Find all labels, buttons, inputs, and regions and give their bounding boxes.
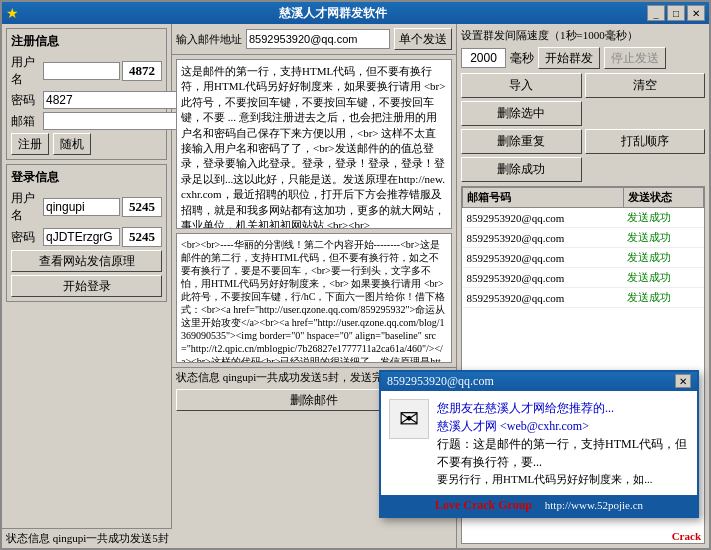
email-cell: 8592953920@qq.com [463, 268, 624, 288]
email-addr-label: 输入邮件地址 [176, 32, 242, 47]
login-username-row: 用户名 5245 [11, 190, 162, 224]
title-bar: ★ 慈溪人才网群发软件 _ □ ✕ [2, 2, 709, 24]
login-password-row: 密码 5245 [11, 227, 162, 247]
speed-label: 设置群发间隔速度（1秒=1000毫秒） [461, 28, 638, 43]
login-username-label: 用户名 [11, 190, 41, 224]
status-cell: 发送成功 [623, 248, 703, 268]
check-principle-button[interactable]: 查看网站发信原理 [11, 250, 162, 272]
table-row[interactable]: 8592953920@qq.com发送成功 [463, 208, 704, 228]
speed-unit-label: 毫秒 [510, 50, 534, 67]
delete-success-button[interactable]: 删除成功 [461, 157, 582, 182]
mid-top-bar: 输入邮件地址 单个发送 [172, 24, 456, 55]
window-title: 慈溪人才网群发软件 [19, 5, 647, 22]
title-bar-buttons: _ □ ✕ [647, 5, 705, 21]
email-cell: 8592953920@qq.com [463, 208, 624, 228]
delete-duplicate-button[interactable]: 删除重复 [461, 129, 582, 154]
action-buttons: 导入 清空 删除选中 删除重复 打乱顺序 删除成功 [461, 73, 705, 182]
import-button[interactable]: 导入 [461, 73, 582, 98]
register-btn-row: 注册 随机 [11, 133, 162, 155]
popup-from-line: 您朋友在慈溪人才网给您推荐的... [437, 399, 689, 417]
popup-email-icon: ✉ [389, 399, 429, 439]
close-button[interactable]: ✕ [687, 5, 705, 21]
popup-footer: Love Crack Group http://www.52pojie.cn [381, 495, 697, 516]
popup-site-link: 慈溪人才网 <web@cxhr.com> [437, 419, 589, 433]
popup-subject-text: 这是邮件的第一行，支持HTML代码，但不要有换行符，要... [437, 437, 687, 469]
register-title: 注册信息 [11, 33, 162, 50]
table-row[interactable]: 8592953920@qq.com发送成功 [463, 228, 704, 248]
left-panel: 注册信息 用户名 4872 密码 邮箱 注册 随机 [2, 24, 172, 548]
popup-from-email: 您朋友在慈溪人才网给您推荐的... [437, 401, 614, 415]
email-cell: 8592953920@qq.com [463, 248, 624, 268]
table-row[interactable]: 8592953920@qq.com发送成功 [463, 288, 704, 308]
register-username-row: 用户名 4872 [11, 54, 162, 88]
popup-title: 8592953920@qq.com [387, 374, 494, 389]
sort-button[interactable]: 打乱顺序 [585, 129, 706, 154]
popup-subject-line: 行题：这是邮件的第一行，支持HTML代码，但不要有换行符，要... [437, 435, 689, 471]
speed-control-row: 毫秒 开始群发 停止发送 [461, 47, 705, 69]
login-password-badge: 5245 [122, 227, 162, 247]
email-address-input[interactable] [246, 29, 390, 49]
login-username-badge: 5245 [122, 197, 162, 217]
popup-body-preview-text: 要另行行，用HTML代码另好好制度来，如... [437, 473, 652, 485]
html-code-area[interactable]: <br><br>----华丽的分割线！第二个内容开始--------<br>这是… [176, 233, 452, 363]
popup-close-button[interactable]: ✕ [675, 374, 691, 388]
register-email-row: 邮箱 [11, 112, 162, 130]
status-cell: 发送成功 [623, 228, 703, 248]
watermark-text: Love Crack Group [435, 498, 532, 512]
title-icon: ★ [6, 5, 19, 22]
status-text: 状态信息 qingupi一共成功发送5封，发送完毕，想继续发送请先... [6, 532, 172, 544]
stop-send-button[interactable]: 停止发送 [604, 47, 666, 69]
login-username-input[interactable] [43, 198, 120, 216]
email-body-text: 这是邮件的第一行，支持HTML代码，但不要有换行符，用HTML代码另好好制度来，… [181, 65, 445, 229]
email-body-area[interactable]: 这是邮件的第一行，支持HTML代码，但不要有换行符，用HTML代码另好好制度来，… [176, 59, 452, 229]
crack-label: Crack [672, 530, 701, 542]
main-window: ★ 慈溪人才网群发软件 _ □ ✕ 注册信息 用户名 4872 密码 [0, 0, 711, 550]
login-btn-row: 查看网站发信原理 开始登录 [11, 250, 162, 297]
status-bar-left: 状态信息 qingupi一共成功发送5封，发送完毕，想继续发送请先... [2, 528, 172, 548]
send-single-button[interactable]: 单个发送 [394, 28, 452, 50]
login-password-label: 密码 [11, 229, 41, 246]
register-username-badge: 4872 [122, 61, 162, 81]
maximize-button[interactable]: □ [667, 5, 685, 21]
popup-text-body: 您朋友在慈溪人才网给您推荐的... 慈溪人才网 <web@cxhr.com> 行… [437, 399, 689, 488]
speed-input[interactable] [461, 48, 506, 68]
login-password-input[interactable] [43, 228, 120, 246]
register-username-label: 用户名 [11, 54, 41, 88]
register-password-row: 密码 [11, 91, 162, 109]
login-section: 登录信息 用户名 5245 密码 5245 查看网站发信原理 开始登录 [6, 164, 167, 302]
login-title: 登录信息 [11, 169, 162, 186]
random-button[interactable]: 随机 [53, 133, 91, 155]
speed-settings-row: 设置群发间隔速度（1秒=1000毫秒） [461, 28, 705, 43]
register-email-label: 邮箱 [11, 113, 41, 130]
popup-body: ✉ 您朋友在慈溪人才网给您推荐的... 慈溪人才网 <web@cxhr.com>… [381, 391, 697, 496]
start-login-button[interactable]: 开始登录 [11, 275, 162, 297]
start-send-button[interactable]: 开始群发 [538, 47, 600, 69]
email-cell: 8592953920@qq.com [463, 228, 624, 248]
status-cell: 发送成功 [623, 288, 703, 308]
status-cell: 发送成功 [623, 268, 703, 288]
minimize-button[interactable]: _ [647, 5, 665, 21]
popup-titlebar: 8592953920@qq.com ✕ [381, 372, 697, 391]
popup-body-preview: 要另行行，用HTML代码另好好制度来，如... [437, 471, 689, 488]
delete-selected-button[interactable]: 删除选中 [461, 101, 582, 126]
register-username-input[interactable] [43, 62, 120, 80]
register-button[interactable]: 注册 [11, 133, 49, 155]
email-cell: 8592953920@qq.com [463, 288, 624, 308]
col-status-header: 发送状态 [623, 188, 703, 208]
crack-text: Crack [672, 530, 701, 542]
register-section: 注册信息 用户名 4872 密码 邮箱 注册 随机 [6, 28, 167, 160]
popup-site-line: 慈溪人才网 <web@cxhr.com> [437, 417, 689, 435]
popup-subject-label: 行题： [437, 437, 473, 451]
table-row[interactable]: 8592953920@qq.com发送成功 [463, 268, 704, 288]
table-row[interactable]: 8592953920@qq.com发送成功 [463, 248, 704, 268]
popup-url: http://www.52pojie.cn [545, 499, 643, 511]
col-email-header: 邮箱号码 [463, 188, 624, 208]
status-cell: 发送成功 [623, 208, 703, 228]
clear-button[interactable]: 清空 [585, 73, 706, 98]
register-password-label: 密码 [11, 92, 41, 109]
email-preview-popup: 8592953920@qq.com ✕ ✉ 您朋友在慈溪人才网给您推荐的... … [379, 370, 699, 519]
html-code-text: <br><br>----华丽的分割线！第二个内容开始--------<br>这是… [181, 239, 445, 363]
